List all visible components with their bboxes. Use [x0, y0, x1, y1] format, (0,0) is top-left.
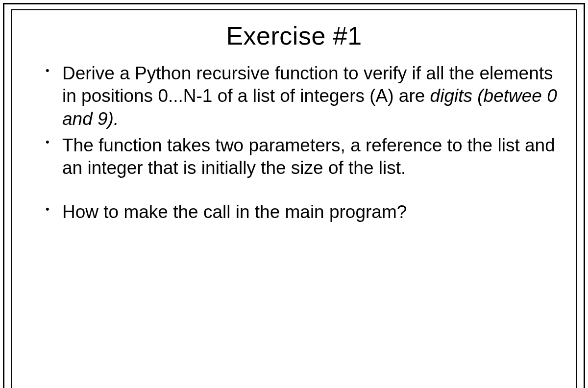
- bullet-2-text: The function takes two parameters, a ref…: [62, 135, 555, 178]
- spacer: [28, 183, 560, 201]
- slide-frame: Exercise #1 Derive a Python recursive fu…: [11, 9, 577, 388]
- bullet-list-2: How to make the call in the main program…: [28, 201, 560, 223]
- bullet-3-text: How to make the call in the main program…: [62, 202, 407, 222]
- bullet-item-1: Derive a Python recursive function to ve…: [46, 62, 560, 130]
- bullet-item-3: How to make the call in the main program…: [46, 201, 560, 223]
- outer-frame: Exercise #1 Derive a Python recursive fu…: [3, 3, 585, 388]
- slide-title: Exercise #1: [28, 21, 560, 50]
- bullet-item-2: The function takes two parameters, a ref…: [46, 134, 560, 180]
- bullet-list: Derive a Python recursive function to ve…: [28, 62, 560, 179]
